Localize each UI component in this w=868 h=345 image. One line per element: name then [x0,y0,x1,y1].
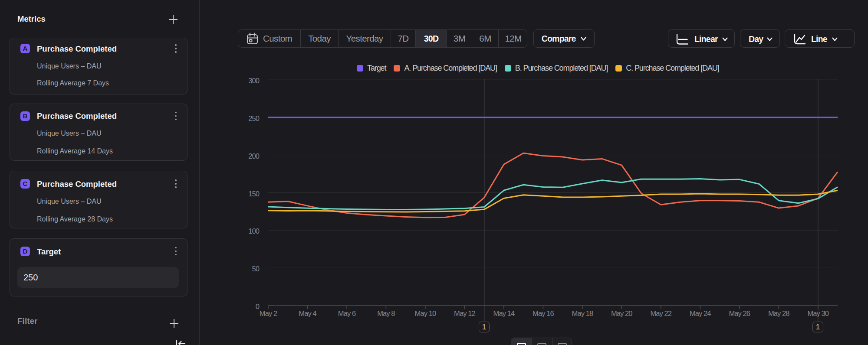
svg-text:May 28: May 28 [768,309,789,317]
svg-text:May 6: May 6 [338,309,356,317]
svg-text:0: 0 [256,303,260,310]
svg-text:200: 200 [248,152,260,160]
svg-text:100: 100 [248,227,260,235]
svg-text:50: 50 [252,265,259,273]
svg-text:May 24: May 24 [690,309,711,317]
svg-text:May 26: May 26 [729,309,750,317]
svg-text:May 12: May 12 [454,309,475,317]
svg-text:May 2: May 2 [260,309,277,317]
svg-text:May 4: May 4 [299,309,316,317]
svg-text:May 8: May 8 [377,309,395,317]
svg-text:May 16: May 16 [533,309,554,317]
svg-text:May 10: May 10 [415,309,436,317]
svg-text:May 20: May 20 [611,309,632,317]
svg-text:May 18: May 18 [572,309,593,317]
svg-text:300: 300 [248,77,260,85]
svg-text:May 14: May 14 [493,309,515,317]
svg-text:May 30: May 30 [807,309,829,317]
svg-text:150: 150 [248,190,260,198]
svg-text:250: 250 [248,114,260,122]
svg-text:May 22: May 22 [650,309,671,317]
